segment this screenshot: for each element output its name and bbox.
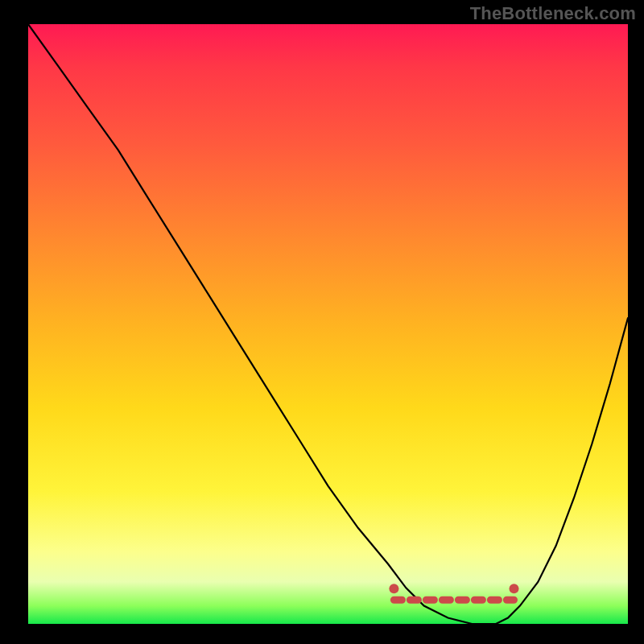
optimal-band-end-dot	[510, 584, 519, 593]
bottleneck-curve	[28, 24, 628, 624]
optimal-band-start-dot	[389, 584, 398, 593]
curve-svg	[28, 24, 628, 624]
chart-container: TheBottleneck.com	[0, 0, 644, 644]
plot-area	[28, 24, 628, 624]
watermark-text: TheBottleneck.com	[470, 3, 636, 24]
